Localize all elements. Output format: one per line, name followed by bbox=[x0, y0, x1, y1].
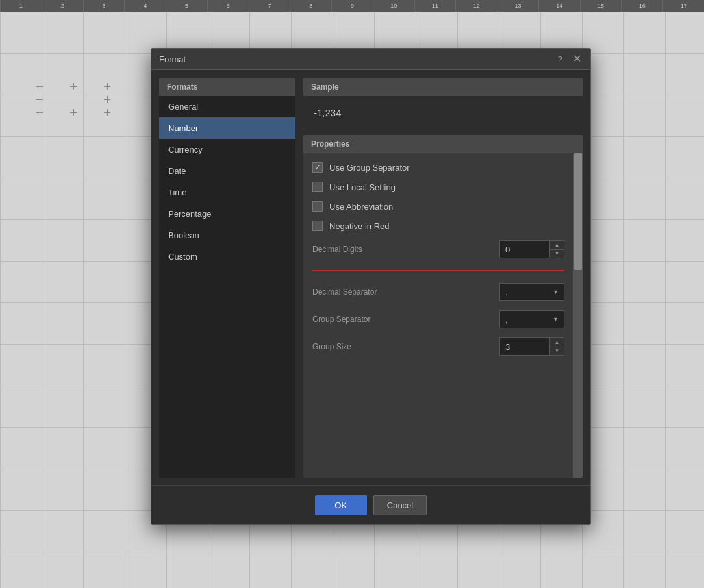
group-separator-label: Group Separator bbox=[312, 315, 493, 324]
use-local-setting-checkbox[interactable] bbox=[312, 182, 323, 192]
close-button[interactable]: ✕ bbox=[572, 54, 583, 64]
properties-panel: Sample -1,234 Properties ✓ Use Group Sep… bbox=[303, 78, 583, 478]
ruler-tick: 7 bbox=[249, 0, 290, 12]
checkmark-icon: ✓ bbox=[314, 164, 321, 171]
sample-section: Sample -1,234 bbox=[303, 78, 583, 129]
cross-marker bbox=[104, 83, 110, 90]
group-separator-select[interactable]: , ▼ bbox=[499, 310, 564, 328]
use-abbreviation-label: Use Abbreviation bbox=[329, 202, 393, 212]
negative-in-red-checkbox[interactable] bbox=[312, 221, 323, 231]
decimal-separator-value: . bbox=[505, 288, 508, 297]
format-item-boolean[interactable]: Boolean bbox=[159, 225, 295, 246]
format-item-number[interactable]: Number bbox=[159, 117, 295, 139]
group-size-label: Group Size bbox=[312, 342, 493, 351]
scrollbar-track[interactable] bbox=[573, 153, 583, 478]
cancel-rest: ancel bbox=[393, 500, 413, 510]
cross-marker bbox=[70, 83, 77, 90]
ok-button[interactable]: OK bbox=[315, 495, 367, 515]
decimal-digits-down-arrow[interactable]: ▼ bbox=[550, 249, 564, 258]
cross-marker bbox=[36, 109, 43, 116]
decimal-digits-row: Decimal Digits 0 ▲ ▼ bbox=[312, 240, 564, 258]
ruler-tick: 17 bbox=[662, 0, 704, 12]
ruler-tick: 5 bbox=[166, 0, 207, 12]
decimal-digits-value: 0 bbox=[500, 245, 549, 254]
cross-marker bbox=[36, 96, 43, 103]
format-item-currency[interactable]: Currency bbox=[159, 139, 295, 160]
help-button[interactable]: ? bbox=[555, 55, 565, 64]
format-item-time[interactable]: Time bbox=[159, 182, 295, 203]
format-dialog: Format ? ✕ Formats General Number Curren… bbox=[151, 48, 591, 525]
ruler-tick: 3 bbox=[83, 0, 125, 12]
group-separator-row: Group Separator , ▼ bbox=[312, 310, 564, 328]
cancel-button[interactable]: Cancel bbox=[373, 495, 427, 515]
ruler-tick: 15 bbox=[580, 0, 622, 12]
chevron-down-icon: ▼ bbox=[553, 316, 559, 323]
decimal-digits-up-arrow[interactable]: ▲ bbox=[550, 241, 564, 249]
ruler-tick: 14 bbox=[538, 0, 580, 12]
cross-marker bbox=[36, 83, 43, 90]
ruler-tick: 2 bbox=[42, 0, 83, 12]
formats-list: General Number Currency Date Time Percen… bbox=[159, 96, 295, 478]
ruler-tick: 16 bbox=[621, 0, 662, 12]
format-item-date[interactable]: Date bbox=[159, 160, 295, 182]
decimal-digits-spinner[interactable]: 0 ▲ ▼ bbox=[499, 240, 564, 258]
ruler: 1 2 3 4 5 6 7 8 9 10 11 12 13 14 15 16 1… bbox=[0, 0, 704, 12]
format-item-custom[interactable]: Custom bbox=[159, 246, 295, 267]
group-size-up-arrow[interactable]: ▲ bbox=[550, 338, 564, 347]
checkbox-row-use-abbreviation: Use Abbreviation bbox=[312, 201, 564, 212]
scrollbar-thumb[interactable] bbox=[574, 153, 582, 270]
ruler-tick: 12 bbox=[455, 0, 497, 12]
decimal-digits-label: Decimal Digits bbox=[312, 245, 493, 254]
checkbox-row-use-group-separator: ✓ Use Group Separator bbox=[312, 162, 564, 173]
dialog-footer: OK Cancel bbox=[151, 485, 590, 524]
negative-in-red-label: Negative in Red bbox=[329, 221, 390, 231]
sample-header: Sample bbox=[303, 78, 583, 96]
ruler-tick: 8 bbox=[290, 0, 331, 12]
decimal-separator-label: Decimal Separator bbox=[312, 288, 493, 297]
sample-value: -1,234 bbox=[303, 96, 583, 129]
group-size-down-arrow[interactable]: ▼ bbox=[550, 347, 564, 356]
decimal-separator-row: Decimal Separator . ▼ bbox=[312, 283, 564, 301]
ruler-tick: 9 bbox=[331, 0, 373, 12]
formats-panel-header: Formats bbox=[159, 78, 295, 96]
ruler-tick: 13 bbox=[497, 0, 538, 12]
dialog-title-bar: Format ? ✕ bbox=[151, 49, 590, 70]
group-size-value: 3 bbox=[500, 342, 549, 352]
cross-marker bbox=[104, 96, 110, 103]
props-inner: ✓ Use Group Separator Use Local Setting bbox=[303, 153, 573, 478]
red-divider bbox=[312, 270, 564, 271]
format-item-general[interactable]: General bbox=[159, 96, 295, 117]
ruler-tick: 11 bbox=[414, 0, 456, 12]
decimal-digits-arrows: ▲ ▼ bbox=[549, 241, 564, 258]
ruler-tick: 4 bbox=[124, 0, 166, 12]
formats-panel: Formats General Number Currency Date Tim… bbox=[159, 78, 295, 478]
dialog-title: Format bbox=[159, 55, 186, 64]
group-separator-value: , bbox=[505, 315, 508, 325]
use-group-separator-checkbox[interactable]: ✓ bbox=[312, 162, 323, 173]
ruler-tick: 10 bbox=[373, 0, 414, 12]
cross-marker bbox=[70, 109, 77, 116]
props-section: Properties ✓ Use Group Separator bbox=[303, 135, 583, 478]
use-local-setting-label: Use Local Setting bbox=[329, 182, 396, 192]
group-size-spinner[interactable]: 3 ▲ ▼ bbox=[499, 337, 564, 356]
ruler-tick: 6 bbox=[207, 0, 249, 12]
decimal-separator-select[interactable]: . ▼ bbox=[499, 283, 564, 301]
chevron-down-icon: ▼ bbox=[553, 289, 559, 295]
format-item-percentage[interactable]: Percentage bbox=[159, 203, 295, 225]
title-actions: ? ✕ bbox=[555, 54, 583, 64]
cross-marker bbox=[104, 109, 110, 116]
props-header: Properties bbox=[303, 135, 583, 153]
cancel-underline: C bbox=[387, 500, 393, 510]
group-size-row: Group Size 3 ▲ ▼ bbox=[312, 337, 564, 356]
checkbox-row-negative-in-red: Negative in Red bbox=[312, 221, 564, 231]
props-content: ✓ Use Group Separator Use Local Setting bbox=[303, 153, 583, 478]
use-group-separator-label: Use Group Separator bbox=[329, 163, 410, 173]
ruler-tick: 1 bbox=[0, 0, 42, 12]
dialog-body: Formats General Number Currency Date Tim… bbox=[151, 70, 590, 485]
group-size-arrows: ▲ ▼ bbox=[549, 338, 564, 355]
checkbox-row-use-local-setting: Use Local Setting bbox=[312, 182, 564, 192]
use-abbreviation-checkbox[interactable] bbox=[312, 201, 323, 212]
